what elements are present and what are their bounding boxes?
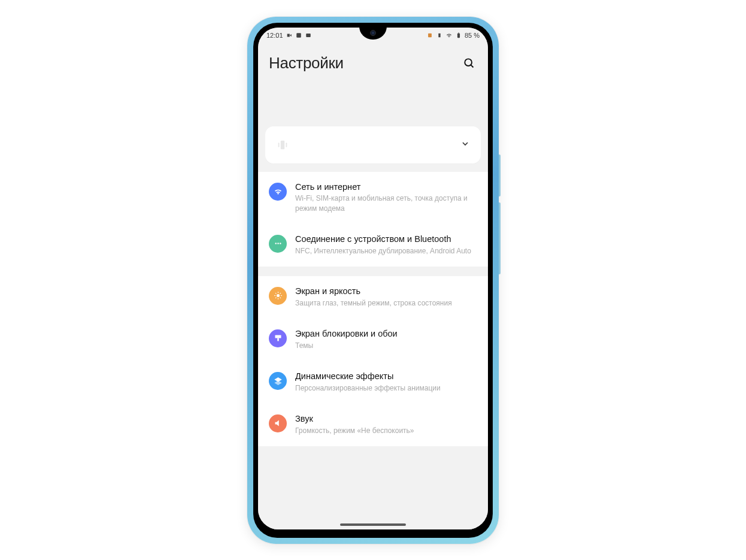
svg-rect-3 (438, 33, 440, 37)
settings-group: Сеть и интернет Wi-Fi, SIM-карта и мобил… (258, 172, 488, 267)
svg-rect-24 (277, 338, 279, 341)
wifi-icon (269, 183, 287, 201)
screen: 12:01 85 % Настройки (258, 28, 488, 529)
svg-line-21 (275, 298, 276, 298)
settings-item-lockscreen[interactable]: Экран блокировки и обои Темы (258, 319, 488, 361)
item-title: Экран блокировки и обои (295, 328, 474, 340)
dots-icon (269, 235, 287, 253)
svg-marker-26 (274, 381, 282, 386)
item-title: Соединение с устройством и Bluetooth (295, 234, 474, 245)
side-button (499, 155, 501, 196)
svg-line-22 (280, 293, 280, 293)
chevron-down-icon (460, 139, 470, 151)
svg-point-11 (275, 243, 277, 244)
settings-group: Экран и яркость Защита глаз, темный режи… (258, 276, 488, 446)
item-subtitle: Персонализированные эффекты анимации (295, 383, 474, 393)
settings-item-sound[interactable]: Звук Громкость, режим «Не беспокоить» (258, 404, 488, 446)
svg-rect-1 (306, 34, 311, 37)
battery-percent: 85 % (465, 32, 480, 39)
battery-icon (455, 32, 462, 38)
item-title: Сеть и интернет (295, 181, 474, 193)
sound-icon (269, 414, 287, 432)
svg-rect-5 (458, 32, 459, 33)
settings-item-bluetooth[interactable]: Соединение с устройством и Bluetooth NFC… (258, 224, 488, 267)
item-title: Звук (295, 413, 474, 425)
svg-point-13 (280, 243, 281, 244)
account-card[interactable] (265, 126, 481, 164)
item-title: Экран и яркость (295, 286, 474, 297)
page-title: Настройки (269, 54, 344, 72)
brush-icon (269, 329, 287, 347)
svg-rect-23 (275, 335, 281, 338)
home-indicator[interactable] (340, 523, 406, 526)
wifi-icon (445, 32, 453, 38)
device-frame: 12:01 85 % Настройки (247, 17, 499, 544)
svg-rect-10 (286, 143, 287, 147)
card-icon (305, 32, 312, 38)
status-time: 12:01 (266, 32, 283, 39)
settings-item-dynamic[interactable]: Динамические эффекты Персонализированные… (258, 361, 488, 404)
header: Настройки (258, 43, 488, 126)
settings-item-network[interactable]: Сеть и интернет Wi-Fi, SIM-карта и мобил… (258, 172, 488, 224)
sun-icon (269, 287, 287, 305)
search-icon (463, 57, 475, 69)
svg-rect-8 (281, 140, 284, 149)
item-title: Динамические эффекты (295, 371, 474, 382)
front-camera (370, 30, 376, 36)
item-subtitle: NFC, Интеллектуальное дублирование, Andr… (295, 246, 474, 256)
bezel: 12:01 85 % Настройки (253, 23, 493, 538)
item-subtitle: Wi-Fi, SIM-карта и мобильная сеть, точка… (295, 193, 474, 213)
svg-line-7 (471, 65, 473, 67)
vibrate-icon (276, 138, 289, 152)
settings-list[interactable]: Сеть и интернет Wi-Fi, SIM-карта и мобил… (258, 126, 488, 529)
svg-rect-4 (457, 33, 460, 38)
svg-line-19 (275, 293, 276, 293)
screenshot-icon (295, 32, 302, 38)
svg-rect-9 (278, 143, 280, 147)
sim-icon (426, 32, 433, 38)
item-subtitle: Защита глаз, темный режим, строка состоя… (295, 298, 474, 308)
layers-icon (269, 372, 287, 390)
svg-point-14 (277, 294, 280, 297)
svg-point-6 (465, 59, 472, 66)
svg-rect-0 (296, 33, 301, 38)
side-button (499, 202, 501, 274)
item-subtitle: Темы (295, 341, 474, 350)
vibrate-icon (436, 32, 443, 38)
search-button[interactable] (460, 55, 477, 71)
item-subtitle: Громкость, режим «Не беспокоить» (295, 426, 474, 435)
video-icon (286, 32, 293, 38)
svg-point-12 (277, 243, 279, 244)
settings-item-display[interactable]: Экран и яркость Защита глаз, темный режи… (258, 276, 488, 319)
svg-line-20 (280, 298, 280, 298)
svg-rect-2 (428, 33, 432, 37)
